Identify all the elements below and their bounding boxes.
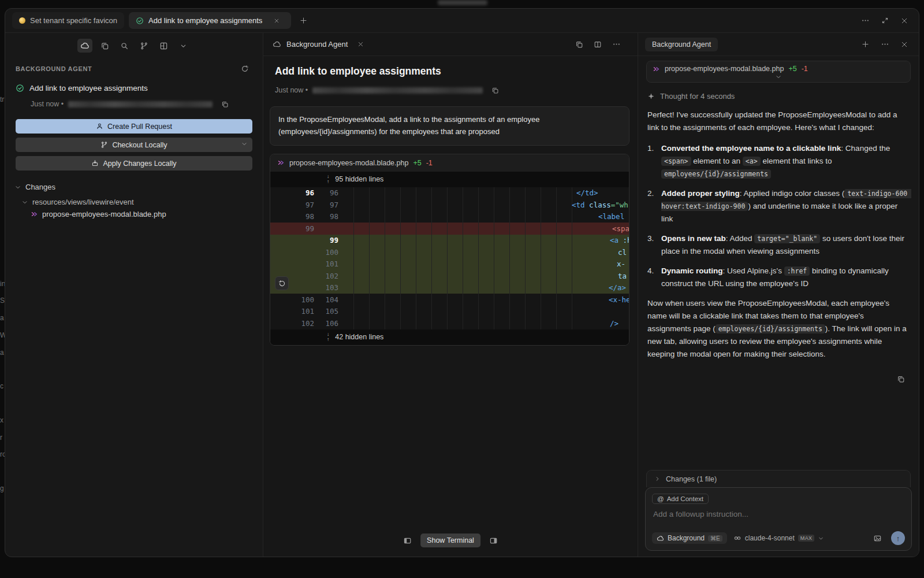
changed-file-name: propose-employees-modal.blade.php: [665, 65, 784, 73]
background-agent-tab[interactable]: Background Agent: [273, 38, 368, 51]
copy-message-icon[interactable]: [893, 372, 908, 386]
agent-task-meta: Just now •: [275, 86, 308, 94]
split-editor-icon[interactable]: [590, 38, 605, 51]
background-agent-sidebar: BACKGROUND AGENT Add link to employee as…: [5, 33, 263, 557]
create-pull-request-button[interactable]: Create Pull Request: [16, 119, 252, 134]
window-more-button[interactable]: [858, 14, 873, 28]
center-tab-close-icon[interactable]: [353, 38, 368, 51]
chat-more-button[interactable]: [877, 38, 892, 51]
expand-arrows-icon[interactable]: ↓↑: [327, 332, 329, 342]
new-chat-button[interactable]: [858, 38, 873, 51]
hidden-lines-label: 42 hidden lines: [335, 333, 383, 341]
panel-left-icon[interactable]: [400, 533, 415, 547]
assistant-list-item: 2.Added proper styling: Applied indigo c…: [647, 187, 910, 225]
tab-add-link-assignments[interactable]: Add link to employee assignments: [129, 12, 291, 29]
diff-context-row: 101105: [270, 306, 629, 318]
mode-selector[interactable]: Background ⌘E: [652, 532, 727, 544]
layout-grid-icon[interactable]: [156, 39, 171, 53]
followup-input[interactable]: [653, 510, 906, 518]
agent-running-icon: [19, 17, 25, 24]
copy-icon[interactable]: [487, 83, 502, 97]
hidden-lines-expander-top[interactable]: ↓↑ 95 hidden lines: [270, 172, 629, 187]
add-context-label: Add Context: [667, 495, 703, 502]
new-tab-button[interactable]: [296, 14, 311, 28]
model-max-badge: MAX: [798, 535, 815, 542]
tree-folder-row[interactable]: resources/views/livewire/event: [13, 196, 255, 208]
center-tabbar: Background Agent: [263, 33, 638, 56]
chevron-down-icon: [21, 199, 28, 206]
window-expand-button[interactable]: [877, 14, 892, 28]
model-icon: [733, 534, 742, 542]
checkout-dropdown-chevron-icon[interactable]: [241, 140, 248, 147]
diff-added-row: 100cl: [270, 246, 629, 258]
copy-files-icon[interactable]: [97, 39, 112, 53]
diff-context-row: 9797<td class="wh: [270, 199, 629, 211]
copy-icon[interactable]: [217, 97, 232, 111]
assistant-outro: Now when users view the ProposeEmployees…: [647, 297, 910, 361]
diff-file-header[interactable]: propose-employees-modal.blade.php +5 -1: [270, 154, 629, 172]
assistant-message: Perfect! I've successfully updated the P…: [646, 109, 911, 386]
user-prompt-text: In the ProposeEmployeesModal, add a link…: [278, 115, 539, 136]
refresh-icon[interactable]: [237, 62, 252, 76]
file-removed-count: -1: [802, 65, 808, 73]
tab-label: Add link to employee assignments: [148, 16, 262, 25]
cloud-agents-icon[interactable]: [77, 39, 92, 53]
blade-file-icon: [31, 210, 38, 218]
tree-file-row[interactable]: propose-employees-modal.blade.php: [13, 208, 255, 220]
diff-added-row: 99<a :h: [270, 235, 629, 247]
followup-composer: @ Add Context Background ⌘E claude-4-son…: [645, 487, 912, 551]
cloud-icon: [657, 535, 664, 542]
chat-panel: Background Agent propose-employees-modal…: [638, 33, 919, 557]
apply-changes-locally-button[interactable]: Apply Changes Locally: [16, 156, 252, 171]
tab-set-tenant-favicon[interactable]: Set tenant specific favicon: [12, 12, 124, 29]
changed-file-pill[interactable]: propose-employees-modal.blade.php +5 -1: [646, 61, 911, 83]
changes-section-header[interactable]: Changes: [14, 183, 254, 191]
reasoning-sparkle-icon: [647, 92, 655, 100]
checkout-locally-label: Checkout Locally: [112, 141, 167, 149]
expand-pill-chevron-icon[interactable]: [775, 73, 782, 80]
send-button[interactable]: ↑: [891, 531, 905, 545]
diff-removed-count: -1: [426, 159, 433, 167]
tree-folder-label: resources/views/livewire/event: [32, 198, 134, 206]
git-branch-icon[interactable]: [136, 39, 151, 53]
assistant-list-item: 1.Converted the employee name to a click…: [647, 142, 910, 180]
more-icon[interactable]: [609, 38, 624, 51]
changes-summary-bar[interactable]: Changes (1 file): [646, 470, 911, 487]
window-tabbar: Set tenant specific favicon Add link to …: [5, 9, 919, 33]
diff-card: propose-employees-modal.blade.php +5 -1 …: [270, 154, 629, 346]
tab-close-icon[interactable]: [269, 14, 284, 28]
check-circle-icon: [136, 17, 144, 25]
tab-label: Set tenant specific favicon: [30, 16, 117, 25]
apply-changes-locally-label: Apply Changes Locally: [103, 160, 176, 168]
blade-file-icon: [277, 159, 285, 166]
task-title: Add link to employee assignments: [29, 84, 148, 92]
diff-context-row: 9696</td>: [270, 187, 629, 199]
diff-added-row: 103</a>: [270, 282, 629, 294]
assistant-numbered-list: 1.Converted the employee name to a click…: [647, 142, 910, 290]
chat-tab[interactable]: Background Agent: [645, 38, 718, 51]
diff-file-name: propose-employees-modal.blade.php: [289, 159, 408, 167]
revert-change-button[interactable]: [275, 276, 289, 290]
copy-icon[interactable]: [572, 38, 587, 51]
cloud-icon: [273, 40, 281, 49]
model-selector[interactable]: claude-4-sonnet MAX: [733, 534, 825, 542]
search-icon[interactable]: [117, 39, 132, 53]
attach-image-button[interactable]: [870, 531, 885, 545]
chevron-down-icon: [14, 184, 21, 191]
add-context-chip[interactable]: @ Add Context: [652, 494, 709, 504]
redacted-branch-name: [68, 101, 213, 108]
chat-panel-header: Background Agent: [638, 33, 919, 56]
show-terminal-button[interactable]: Show Terminal: [420, 533, 480, 547]
agent-task-title: Add link to employee assignments: [275, 65, 629, 77]
toolbar-chevron-down-icon[interactable]: [176, 39, 191, 53]
checkout-locally-button[interactable]: Checkout Locally: [16, 138, 252, 152]
chat-close-button[interactable]: [897, 38, 912, 51]
thought-row[interactable]: Thought for 4 seconds: [647, 92, 910, 101]
hidden-lines-expander-bottom[interactable]: ↓↑ 42 hidden lines: [270, 329, 629, 345]
panel-right-icon[interactable]: [486, 533, 501, 547]
user-prompt-box: In the ProposeEmployeesModal, add a link…: [270, 106, 629, 146]
window-close-button[interactable]: [897, 14, 912, 28]
diff-context-row: 9898<label :f: [270, 211, 629, 223]
create-pull-request-label: Create Pull Request: [107, 123, 172, 131]
expand-arrows-icon[interactable]: ↓↑: [327, 174, 329, 184]
